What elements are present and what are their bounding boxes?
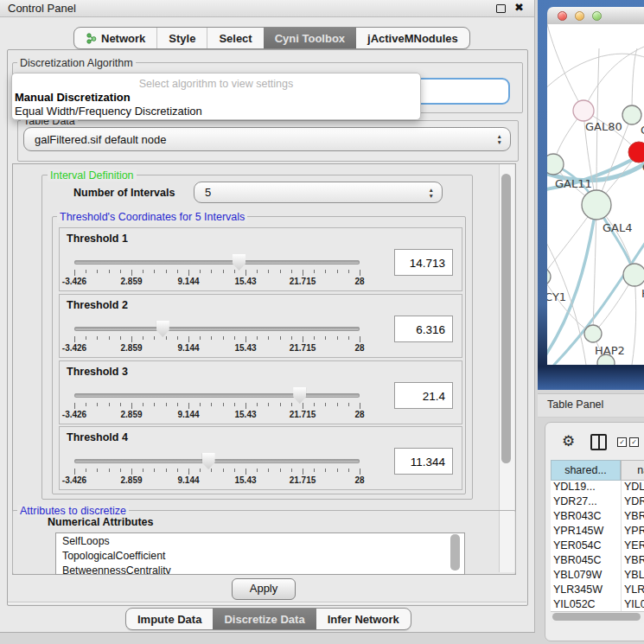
cell-shared-name[interactable]: YDL19...	[553, 481, 619, 493]
slider-track[interactable]	[74, 393, 360, 398]
network-node[interactable]	[547, 154, 564, 175]
mac-minimize-button-icon[interactable]	[575, 11, 584, 21]
threshold-value-field[interactable]: 14.713	[394, 249, 453, 276]
threshold-slider[interactable]: -3.4262.8599.14415.4321.71528	[74, 252, 360, 287]
mac-zoom-button-icon[interactable]	[592, 11, 602, 21]
slider-tick	[154, 403, 155, 406]
attribute-item-betweennesscentrality[interactable]: BetweennessCentrality	[56, 563, 464, 575]
table-row[interactable]: YIL052CYIL0	[551, 598, 644, 611]
slider-tick	[348, 336, 349, 340]
slider-tick	[245, 403, 246, 409]
number-of-intervals-combobox[interactable]: 5 ▲▼	[194, 182, 443, 203]
apply-button[interactable]: Apply	[232, 578, 296, 600]
table-row[interactable]: YER054CYER0	[551, 539, 644, 554]
slider-tick	[234, 270, 235, 273]
bottom-tab-infer-network[interactable]: Infer Network	[316, 609, 411, 629]
split-columns-icon[interactable]	[590, 434, 607, 450]
cell-name[interactable]: YPR1	[624, 525, 644, 537]
network-edge[interactable]	[547, 54, 644, 93]
table-row[interactable]: YDR27...YDR2	[551, 495, 644, 510]
network-node[interactable]	[584, 325, 602, 342]
slider-tick	[337, 403, 338, 406]
table-row[interactable]: YDL19...YDL1	[551, 481, 644, 495]
gear-icon[interactable]: ⚙	[562, 432, 575, 450]
network-node[interactable]	[622, 105, 641, 124]
cell-shared-name[interactable]: YBR045C	[553, 554, 619, 566]
mac-close-button-icon[interactable]	[558, 11, 567, 21]
cell-shared-name[interactable]: YLR345W	[553, 583, 619, 596]
slider-track[interactable]	[74, 327, 360, 331]
tab-jactivemnodules[interactable]: jActiveMNodules	[356, 28, 469, 48]
bottom-tab-impute-data[interactable]: Impute Data	[126, 609, 213, 629]
attribute-item-selfloops[interactable]: SelfLoops	[56, 533, 464, 548]
dropdown-option-manual-discretization[interactable]: Manual Discretization	[15, 91, 131, 104]
slider-tick	[86, 469, 86, 472]
table-data-combobox[interactable]: galFiltered.sif default node ▲▼	[23, 127, 511, 151]
cell-name[interactable]: YLR3	[624, 583, 644, 596]
cell-shared-name[interactable]: YBL079W	[553, 569, 619, 581]
threshold-slider[interactable]: -3.4262.8599.14415.4321.71528	[74, 386, 360, 420]
slider-track[interactable]	[74, 459, 360, 463]
slider-thumb[interactable]	[233, 254, 245, 271]
threshold-slider[interactable]: -3.4262.8599.14415.4321.71528	[74, 319, 360, 354]
attribute-item-topologicalcoefficient[interactable]: TopologicalCoefficient	[56, 548, 464, 563]
float-window-icon[interactable]	[496, 4, 506, 13]
slider-tick	[97, 403, 98, 406]
horizontal-scrollbar-thumb[interactable]	[552, 613, 641, 621]
table-row[interactable]: YBR043CYBR0	[551, 510, 644, 525]
cell-shared-name[interactable]: YER054C	[553, 539, 619, 552]
threshold-value-field[interactable]: 6.316	[394, 316, 453, 342]
cell-name[interactable]: YBL0	[624, 569, 644, 581]
table-row[interactable]: YBR045CYBR0	[551, 554, 644, 569]
cell-name[interactable]: YDL1	[624, 481, 644, 493]
dropdown-option-equal-width-frequency[interactable]: Equal Width/Frequency Discretization	[15, 105, 202, 118]
network-edge[interactable]	[632, 275, 636, 365]
threshold-slider[interactable]: -3.4262.8599.14415.4321.71528	[74, 451, 360, 486]
tab-label: Discretize Data	[224, 613, 304, 626]
slider-thumb[interactable]	[293, 387, 306, 404]
cell-name[interactable]: YDR2	[624, 495, 644, 507]
separator	[8, 602, 526, 603]
cell-name[interactable]: YIL0	[624, 598, 644, 610]
threshold-value-field[interactable]: 21.4	[394, 382, 453, 409]
threshold-value-field[interactable]: 11.344	[394, 448, 453, 475]
slider-tick	[337, 270, 338, 273]
node-table[interactable]: shared... name YDL19...YDL1YDR27...YDR2Y…	[551, 460, 644, 611]
network-node[interactable]	[582, 190, 611, 220]
slider-tick	[348, 403, 349, 406]
select-none-icon[interactable]: ✓	[629, 437, 639, 447]
close-icon[interactable]: ✖	[514, 1, 524, 14]
cell-shared-name[interactable]: YPR145W	[553, 525, 619, 537]
tab-select[interactable]: Select	[207, 28, 263, 48]
slider-thumb[interactable]	[156, 321, 169, 337]
network-node[interactable]	[547, 268, 551, 285]
cell-name[interactable]: YER0	[624, 539, 644, 552]
table-row[interactable]: YPR145WYPR1	[551, 525, 644, 539]
slider-thumb[interactable]	[202, 453, 215, 469]
cell-shared-name[interactable]: YBR043C	[553, 510, 619, 522]
cell-shared-name[interactable]: YDR27...	[553, 495, 619, 507]
column-header-shared-name[interactable]: shared...	[551, 460, 621, 481]
network-node[interactable]	[623, 264, 644, 286]
slider-track[interactable]	[74, 260, 360, 265]
tab-style[interactable]: Style	[156, 28, 207, 48]
slider-tick-label: 21.715	[290, 410, 316, 419]
tab-cyni-toolbox[interactable]: Cyni Toolbox	[264, 28, 356, 48]
slider-tick	[131, 469, 132, 475]
table-row[interactable]: YBL079WYBL0	[551, 569, 644, 583]
table-row[interactable]: YLR345WYLR3	[551, 583, 644, 598]
network-node[interactable]	[573, 100, 594, 121]
network-edge[interactable]	[547, 24, 583, 111]
attributes-list-scrollbar-thumb[interactable]	[450, 534, 460, 571]
slider-tick	[200, 469, 201, 472]
cell-name[interactable]: YBR0	[624, 510, 644, 522]
vertical-scrollbar-thumb[interactable]	[501, 174, 511, 463]
column-header-name[interactable]: name	[621, 460, 644, 481]
select-all-icon[interactable]: ✓	[617, 437, 627, 447]
tab-network[interactable]: Network	[74, 28, 156, 48]
numerical-attributes-list[interactable]: SelfLoopsTopologicalCoefficientBetweenne…	[55, 532, 465, 575]
cell-name[interactable]: YBR0	[624, 554, 644, 566]
bottom-tab-discretize-data[interactable]: Discretize Data	[213, 609, 316, 629]
network-canvas[interactable]: GAL80GACGAL11GAL4GCY1HHAP2	[547, 24, 644, 365]
cell-shared-name[interactable]: YIL052C	[553, 598, 619, 610]
